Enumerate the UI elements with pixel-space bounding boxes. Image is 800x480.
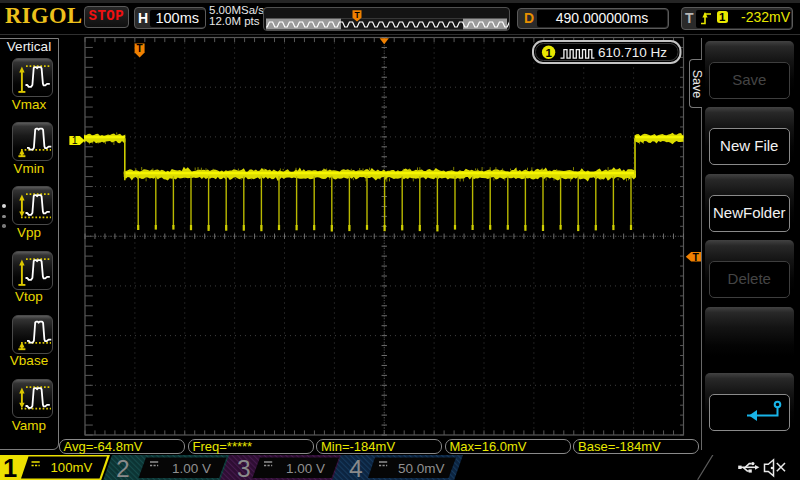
svg-text:50.0mV: 50.0mV — [398, 460, 445, 475]
svg-text:1: 1 — [3, 455, 17, 480]
svg-text:3: 3 — [237, 455, 251, 480]
svg-text:1.00 V: 1.00 V — [172, 460, 211, 475]
svg-text:610.710 Hz: 610.710 Hz — [598, 45, 667, 60]
svg-text:1: 1 — [72, 134, 78, 146]
svg-text:4: 4 — [349, 455, 363, 480]
svg-text:T: T — [137, 43, 143, 54]
svg-text:T: T — [692, 251, 699, 263]
svg-text:2: 2 — [116, 455, 130, 480]
svg-text:1.00 V: 1.00 V — [286, 460, 325, 475]
svg-text:100mV: 100mV — [51, 460, 93, 475]
svg-text:1: 1 — [545, 47, 552, 59]
